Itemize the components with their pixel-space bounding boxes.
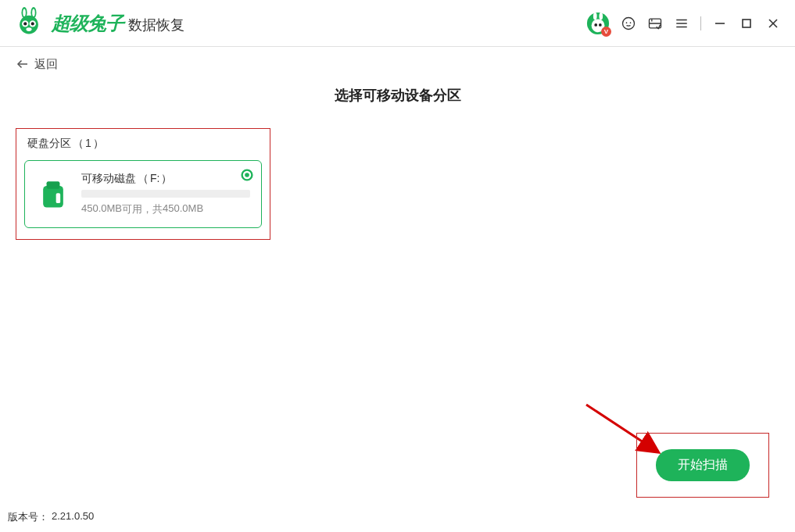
svg-point-9	[26, 27, 31, 31]
brand: 超级兔子 数据恢复	[14, 7, 184, 39]
svg-point-18	[630, 22, 632, 23]
user-avatar[interactable]: V	[586, 12, 610, 35]
vip-badge: V	[601, 27, 611, 37]
svg-point-17	[626, 22, 628, 23]
svg-point-4	[32, 9, 35, 16]
brand-name-sub: 数据恢复	[128, 16, 184, 34]
svg-point-14	[594, 23, 597, 27]
titlebar-right: V	[586, 12, 781, 35]
partition-group-title: 硬盘分区 （ 1 ）	[27, 137, 262, 151]
selected-indicator-icon	[241, 169, 253, 184]
brand-name: 超级兔子 数据恢复	[52, 11, 184, 36]
svg-point-15	[599, 23, 602, 27]
removable-disk-icon	[36, 177, 70, 212]
separator	[700, 16, 701, 30]
start-scan-button[interactable]: 开始扫描	[656, 449, 750, 481]
svg-point-3	[23, 9, 26, 16]
version-label: 版本号：	[8, 510, 48, 524]
svg-point-11	[593, 12, 597, 19]
svg-point-12	[599, 12, 603, 19]
maximize-button[interactable]	[739, 16, 754, 31]
partition-stats: 450.0MB 可用，共 450.0MB	[81, 202, 250, 216]
subbar: 返回	[0, 47, 795, 81]
close-button[interactable]	[765, 16, 781, 31]
main: 选择可移动设备分区 硬盘分区 （ 1 ） 可移动磁盘 （ F:	[0, 86, 795, 240]
page-title: 选择可移动设备分区	[16, 86, 779, 105]
arrow-left-icon	[16, 57, 30, 71]
feedback-icon[interactable]	[647, 16, 663, 31]
service-icon[interactable]	[621, 16, 636, 31]
svg-point-16	[623, 17, 635, 29]
minimize-button[interactable]	[712, 16, 728, 31]
usage-bar	[81, 190, 250, 198]
version-footer: 版本号： 2.21.0.50	[8, 510, 94, 524]
partition-name: 可移动磁盘 （ F: ）	[81, 172, 250, 186]
partition-card[interactable]: 可移动磁盘 （ F: ） 450.0MB 可用，共 450.0MB	[24, 160, 262, 228]
logo-rabbit-icon	[14, 7, 44, 39]
back-button[interactable]: 返回	[16, 57, 58, 72]
svg-point-7	[23, 22, 27, 25]
brand-name-bold: 超级兔子	[52, 11, 124, 36]
version-value: 2.21.0.50	[52, 510, 94, 524]
svg-rect-31	[56, 193, 61, 203]
back-label: 返回	[34, 57, 58, 72]
scan-button-highlight: 开始扫描	[636, 433, 769, 498]
svg-rect-30	[47, 181, 60, 188]
svg-point-8	[31, 22, 34, 25]
partition-group: 硬盘分区 （ 1 ） 可移动磁盘 （ F: ）	[16, 128, 270, 240]
svg-rect-24	[743, 20, 750, 27]
titlebar: 超级兔子 数据恢复 V	[0, 0, 795, 47]
svg-point-33	[245, 173, 249, 177]
menu-icon[interactable]	[674, 16, 689, 31]
partition-info: 可移动磁盘 （ F: ） 450.0MB 可用，共 450.0MB	[81, 172, 250, 216]
